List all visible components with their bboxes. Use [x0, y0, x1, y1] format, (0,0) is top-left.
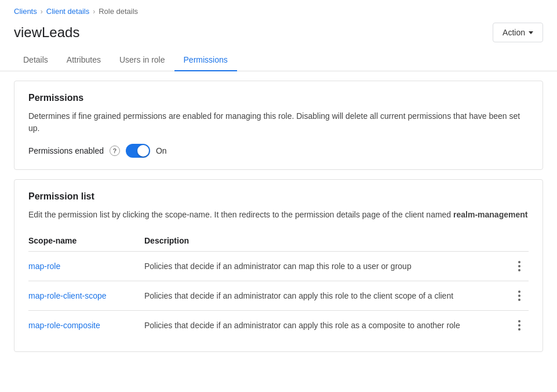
- kebab-dot: [518, 261, 520, 263]
- description-bold: realm-management: [453, 210, 527, 219]
- breadcrumb-clients[interactable]: Clients: [14, 7, 37, 16]
- permission-list-card: Permission list Edit the permission list…: [14, 179, 543, 352]
- kebab-dot: [518, 265, 520, 267]
- description-map-role-client-scope: Policies that decide if an administrator…: [144, 291, 510, 300]
- table-row: map-role Policies that decide if an admi…: [28, 252, 529, 281]
- kebab-dot: [518, 291, 520, 293]
- permission-list-title: Permission list: [28, 191, 529, 202]
- toggle-thumb: [137, 145, 149, 157]
- page-header: viewLeads Action: [0, 20, 557, 49]
- toggle-on-label: On: [156, 146, 167, 155]
- permissions-toggle[interactable]: [126, 144, 150, 158]
- chevron-down-icon: [529, 31, 533, 34]
- permission-table: Scope-name Description map-role Policies…: [28, 230, 529, 340]
- col-actions: [510, 236, 529, 245]
- tab-attributes[interactable]: Attributes: [57, 49, 110, 71]
- kebab-dot: [518, 295, 520, 297]
- kebab-dot: [518, 320, 520, 322]
- page-title: viewLeads: [14, 24, 79, 41]
- tab-users-in-role[interactable]: Users in role: [110, 49, 174, 71]
- permissions-card: Permissions Determines if fine grained p…: [14, 81, 543, 170]
- breadcrumb-sep-2: ›: [93, 8, 95, 16]
- description-prefix: Edit the permission list by clicking the…: [28, 210, 453, 219]
- kebab-dot: [518, 328, 520, 331]
- toggle-label: Permissions enabled: [28, 146, 104, 155]
- breadcrumb-sep-1: ›: [41, 8, 43, 16]
- kebab-dot: [518, 299, 520, 301]
- table-row: map-role-composite Policies that decide …: [28, 311, 529, 340]
- description-map-role: Policies that decide if an administrator…: [144, 262, 510, 271]
- scope-link-map-role-composite[interactable]: map-role-composite: [28, 321, 144, 330]
- description-map-role-composite: Policies that decide if an administrator…: [144, 321, 510, 330]
- kebab-menu-map-role[interactable]: [510, 259, 529, 274]
- permissions-card-description: Determines if fine grained permissions a…: [28, 110, 529, 135]
- breadcrumb-role-details: Role details: [99, 7, 138, 16]
- help-icon[interactable]: ?: [110, 146, 120, 156]
- scope-link-map-role-client-scope[interactable]: map-role-client-scope: [28, 291, 144, 300]
- kebab-dot: [518, 269, 520, 271]
- tabs-nav: Details Attributes Users in role Permiss…: [0, 49, 557, 71]
- toggle-row: Permissions enabled ? On: [28, 144, 529, 158]
- breadcrumb-client-details[interactable]: Client details: [46, 7, 89, 16]
- action-button[interactable]: Action: [493, 23, 543, 42]
- main-content: Permissions Determines if fine grained p…: [0, 71, 557, 361]
- kebab-menu-map-role-client-scope[interactable]: [510, 288, 529, 303]
- action-button-label: Action: [503, 28, 525, 37]
- breadcrumb: Clients › Client details › Role details: [0, 0, 557, 20]
- table-row: map-role-client-scope Policies that deci…: [28, 281, 529, 311]
- tab-permissions[interactable]: Permissions: [174, 49, 237, 71]
- scope-link-map-role[interactable]: map-role: [28, 262, 144, 271]
- toggle-track: [126, 144, 150, 158]
- kebab-menu-map-role-composite[interactable]: [510, 318, 529, 333]
- permission-list-description: Edit the permission list by clicking the…: [28, 209, 529, 221]
- kebab-dot: [518, 324, 520, 326]
- col-scope-name: Scope-name: [28, 236, 144, 245]
- permissions-card-title: Permissions: [28, 93, 529, 103]
- tab-details[interactable]: Details: [14, 49, 57, 71]
- col-description: Description: [144, 236, 510, 245]
- table-header: Scope-name Description: [28, 230, 529, 252]
